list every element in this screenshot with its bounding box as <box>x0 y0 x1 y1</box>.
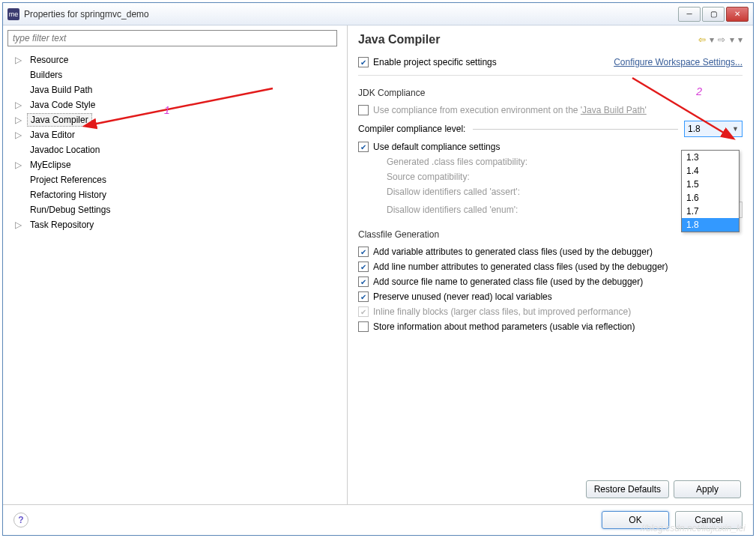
use-exec-env-label: Use compliance from execution environmen… <box>373 105 647 115</box>
java-build-path-link[interactable]: 'Java Build Path' <box>581 105 647 115</box>
tree-item-label: Java Compiler <box>27 113 92 127</box>
left-pane: ▷ResourceBuildersJava Build Path▷Java Co… <box>3 25 348 504</box>
disallow-enum-label: Disallow identifiers called 'enum': <box>387 205 518 215</box>
tree-item-project-references[interactable]: Project References <box>15 172 342 187</box>
twisty-icon[interactable]: ▷ <box>15 160 24 169</box>
tree-item-java-compiler[interactable]: ▷Java Compiler <box>15 112 342 127</box>
tree-item-label: MyEclipse <box>27 159 74 171</box>
window-title: Properties for springmvc_demo <box>24 9 677 19</box>
nav-icons[interactable]: ⇦ ▾ ⇨ ▾ ▾ <box>697 34 743 45</box>
use-exec-env-checkbox[interactable] <box>358 105 369 115</box>
cf-line-num-label: Add line number attributes to generated … <box>373 262 668 272</box>
dropdown-option[interactable]: 1.3 <box>682 151 739 164</box>
dialog-body: ▷ResourceBuildersJava Build Path▷Java Co… <box>3 25 753 504</box>
twisty-spacer <box>15 190 24 199</box>
close-button[interactable]: ✕ <box>726 7 749 22</box>
apply-button[interactable]: Apply <box>674 480 741 498</box>
tree-item-java-build-path[interactable]: Java Build Path <box>15 82 342 97</box>
right-pane: Java Compiler ⇦ ▾ ⇨ ▾ ▾ Enable project s… <box>348 25 753 504</box>
tree-item-javadoc-location[interactable]: Javadoc Location <box>15 142 342 157</box>
forward-menu-icon[interactable]: ▾ <box>730 34 734 45</box>
dropdown-option[interactable]: 1.4 <box>682 164 739 178</box>
use-default-compliance-label: Use default compliance settings <box>373 142 500 152</box>
compiler-level-dropdown[interactable]: 1.31.41.51.61.71.8 <box>681 150 740 232</box>
twisty-icon[interactable]: ▷ <box>15 115 24 124</box>
tree-item-label: Refactoring History <box>27 189 109 201</box>
back-menu-icon[interactable]: ▾ <box>710 34 714 45</box>
cf-src-file-checkbox[interactable] <box>358 276 369 287</box>
jdk-compliance-group: JDK Compliance <box>358 88 743 98</box>
cf-store-params-checkbox[interactable] <box>358 321 369 332</box>
cf-src-file-label: Add source file name to generated class … <box>373 276 643 287</box>
enable-project-specific-label: Enable project specific settings <box>373 57 497 67</box>
compiler-level-label: Compiler compliance level: <box>358 124 465 134</box>
twisty-spacer <box>15 85 24 94</box>
twisty-spacer <box>15 205 24 214</box>
tree-item-resource[interactable]: ▷Resource <box>15 52 342 67</box>
twisty-spacer <box>15 175 24 184</box>
tree-item-label: Task Repository <box>27 219 97 231</box>
cf-store-params-label: Store information about method parameter… <box>373 321 635 332</box>
tree-item-label: Builders <box>27 69 65 81</box>
tree-item-java-code-style[interactable]: ▷Java Code Style <box>15 97 342 112</box>
tree-item-builders[interactable]: Builders <box>15 67 342 82</box>
cf-var-attr-checkbox[interactable] <box>358 247 369 257</box>
configure-workspace-link[interactable]: Configure Workspace Settings... <box>614 57 743 67</box>
twisty-icon[interactable]: ▷ <box>15 130 24 139</box>
restore-defaults-button[interactable]: Restore Defaults <box>586 480 669 498</box>
twisty-spacer <box>15 70 24 79</box>
minimize-button[interactable]: ─ <box>678 7 701 22</box>
dropdown-option[interactable]: 1.6 <box>682 191 739 205</box>
nav-tree[interactable]: ▷ResourceBuildersJava Build Path▷Java Co… <box>7 51 342 504</box>
source-compat-label: Source compatibility: <box>387 172 470 182</box>
tree-item-label: Java Build Path <box>27 84 95 96</box>
forward-icon[interactable]: ⇨ <box>718 34 725 45</box>
tree-item-java-editor[interactable]: ▷Java Editor <box>15 127 342 142</box>
tree-item-run-debug-settings[interactable]: Run/Debug Settings <box>15 202 342 217</box>
tree-item-myeclipse[interactable]: ▷MyEclipse <box>15 157 342 172</box>
filter-input[interactable] <box>7 30 337 46</box>
annotation-2: 2 <box>696 85 702 97</box>
tree-item-refactoring-history[interactable]: Refactoring History <box>15 187 342 202</box>
maximize-button[interactable]: ▢ <box>702 7 725 22</box>
help-icon[interactable]: ? <box>13 513 28 528</box>
cf-preserve-unused-checkbox[interactable] <box>358 291 369 302</box>
twisty-icon[interactable]: ▷ <box>15 55 24 64</box>
twisty-spacer <box>15 145 24 154</box>
twisty-icon[interactable]: ▷ <box>15 220 24 229</box>
cf-inline-finally-label: Inline finally blocks (larger class file… <box>373 306 631 317</box>
use-default-compliance-checkbox[interactable] <box>358 142 369 152</box>
tree-item-label: Project References <box>27 174 109 186</box>
back-icon[interactable]: ⇦ <box>698 34 706 45</box>
cf-line-num-checkbox[interactable] <box>358 262 369 272</box>
chevron-down-icon: ▼ <box>732 125 739 133</box>
generated-class-label: Generated .class files compatibility: <box>387 157 527 167</box>
app-icon: me <box>7 8 19 20</box>
page-heading: Java Compiler <box>358 33 697 46</box>
tree-item-label: Run/Debug Settings <box>27 204 113 216</box>
tree-item-label: Java Editor <box>27 129 78 141</box>
cf-inline-finally-checkbox <box>358 306 369 317</box>
properties-dialog: me Properties for springmvc_demo ─ ▢ ✕ ▷… <box>2 2 754 536</box>
enable-project-specific-checkbox[interactable] <box>358 57 369 67</box>
dropdown-option[interactable]: 1.7 <box>682 205 739 218</box>
menu-icon[interactable]: ▾ <box>738 34 743 45</box>
dropdown-option[interactable]: 1.5 <box>682 178 739 191</box>
tree-item-label: Resource <box>27 54 71 66</box>
tree-item-label: Javadoc Location <box>27 144 103 156</box>
twisty-icon[interactable]: ▷ <box>15 100 24 109</box>
disallow-assert-label: Disallow identifiers called 'assert': <box>387 187 520 197</box>
compiler-level-combo[interactable]: 1.8▼ <box>684 121 743 137</box>
cf-preserve-unused-label: Preserve unused (never read) local varia… <box>373 291 552 302</box>
watermark: //blog.csdn.net/liujiaxin_lei <box>641 523 746 534</box>
dropdown-option[interactable]: 1.8 <box>682 218 739 232</box>
titlebar[interactable]: me Properties for springmvc_demo ─ ▢ ✕ <box>3 3 753 25</box>
annotation-1: 1 <box>164 104 170 116</box>
cf-var-attr-label: Add variable attributes to generated cla… <box>373 247 653 257</box>
tree-item-task-repository[interactable]: ▷Task Repository <box>15 217 342 232</box>
tree-item-label: Java Code Style <box>27 99 98 111</box>
